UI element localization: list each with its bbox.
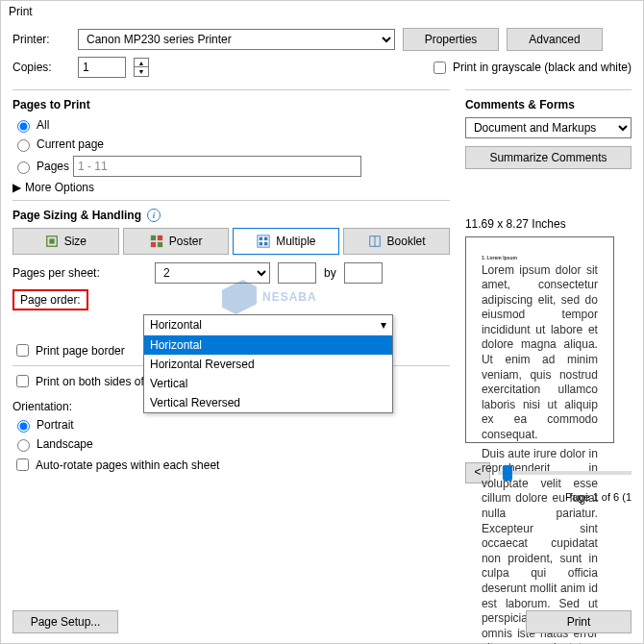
pages-to-print-title: Pages to Print — [12, 98, 450, 111]
svg-rect-4 — [158, 242, 162, 247]
printer-label: Printer: — [12, 33, 70, 46]
copies-spinner[interactable]: ▲ ▼ — [134, 58, 149, 77]
pages-range-input[interactable] — [73, 156, 361, 177]
print-button[interactable]: Print — [526, 610, 632, 633]
more-options-toggle[interactable]: ▶ More Options — [12, 181, 450, 194]
booklet-icon — [368, 235, 382, 248]
svg-rect-3 — [151, 242, 156, 247]
page-setup-button[interactable]: Page Setup... — [12, 610, 118, 633]
preview-dimensions: 11.69 x 8.27 Inches — [465, 217, 632, 231]
portrait-radio[interactable] — [17, 420, 30, 433]
size-tab[interactable]: Size — [12, 228, 119, 255]
comments-select[interactable]: Document and Markups — [465, 117, 632, 138]
chevron-down-icon: ▾ — [381, 318, 386, 332]
page-order-option-vertical[interactable]: Vertical — [144, 374, 392, 393]
page-border-label: Print page border — [36, 344, 125, 358]
page-order-option-horizontal-reversed[interactable]: Horizontal Reversed — [144, 355, 392, 374]
multiple-icon — [257, 235, 270, 248]
both-sides-label: Print on both sides of — [36, 375, 144, 388]
portrait-label: Portrait — [37, 418, 74, 432]
pages-per-sheet-label: Pages per sheet: — [12, 266, 147, 280]
pages-label: Pages — [37, 160, 69, 173]
custom-rows-input[interactable] — [344, 262, 383, 284]
page-order-option-horizontal[interactable]: Horizontal — [144, 335, 392, 355]
booklet-tab-label: Booklet — [387, 235, 426, 248]
summarize-button[interactable]: Summarize Comments — [465, 146, 632, 169]
slider-thumb[interactable] — [503, 465, 512, 481]
copies-input[interactable] — [78, 57, 126, 78]
svg-rect-8 — [260, 242, 263, 246]
spinner-up-icon[interactable]: ▲ — [135, 59, 148, 67]
poster-tab[interactable]: Poster — [123, 228, 230, 255]
current-page-radio[interactable] — [17, 139, 30, 152]
size-tab-label: Size — [64, 235, 87, 248]
svg-rect-7 — [264, 237, 268, 241]
page-border-checkbox[interactable] — [16, 344, 29, 357]
comments-title: Comments & Forms — [465, 98, 632, 111]
grayscale-checkbox[interactable] — [433, 62, 446, 74]
size-icon — [45, 235, 59, 248]
triangle-right-icon: ▶ — [12, 181, 21, 194]
both-sides-checkbox[interactable] — [16, 375, 29, 387]
svg-rect-2 — [158, 235, 162, 240]
auto-rotate-label: Auto-rotate pages within each sheet — [36, 458, 219, 472]
window-title: Print — [1, 1, 643, 22]
booklet-tab[interactable]: Booklet — [343, 228, 450, 255]
page-order-label: Page order: — [12, 289, 88, 310]
more-options-label: More Options — [25, 181, 94, 194]
multiple-tab-label: Multiple — [276, 235, 315, 248]
spinner-down-icon[interactable]: ▼ — [135, 67, 148, 76]
by-label: by — [324, 266, 336, 280]
page-order-selected[interactable]: Horizontal ▾ — [144, 315, 392, 335]
preview-page: 1. Lorem Ipsum Lorem ipsum dolor sit ame… — [465, 236, 614, 443]
copies-label: Copies: — [12, 61, 70, 74]
landscape-label: Landscape — [37, 437, 93, 451]
page-order-option-vertical-reversed[interactable]: Vertical Reversed — [144, 393, 392, 412]
auto-rotate-checkbox[interactable] — [16, 458, 29, 471]
printer-select[interactable]: Canon MP230 series Printer — [78, 29, 395, 50]
current-page-label: Current page — [37, 137, 104, 151]
svg-rect-6 — [260, 237, 263, 241]
multiple-tab[interactable]: Multiple — [233, 228, 339, 255]
page-order-dropdown[interactable]: Horizontal ▾ Horizontal Horizontal Rever… — [143, 314, 393, 413]
poster-tab-label: Poster — [169, 235, 203, 248]
poster-icon — [150, 235, 163, 248]
svg-rect-1 — [151, 235, 156, 240]
advanced-button[interactable]: Advanced — [507, 28, 603, 51]
sizing-title: Page Sizing & Handling — [12, 209, 141, 222]
svg-rect-9 — [264, 242, 268, 246]
landscape-radio[interactable] — [17, 439, 30, 452]
all-label: All — [37, 118, 49, 132]
page-slider[interactable] — [498, 471, 632, 475]
all-radio[interactable] — [17, 120, 30, 133]
properties-button[interactable]: Properties — [403, 28, 499, 51]
grayscale-label: Print in grayscale (black and white) — [453, 61, 632, 74]
custom-cols-input[interactable] — [278, 262, 316, 284]
pages-radio[interactable] — [17, 161, 30, 174]
pages-per-sheet-select[interactable]: 2 — [155, 262, 270, 284]
info-icon[interactable]: i — [147, 209, 161, 222]
